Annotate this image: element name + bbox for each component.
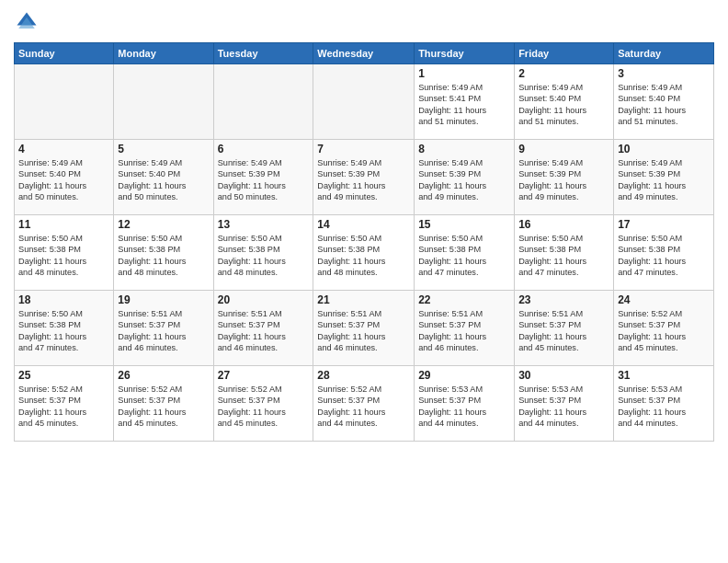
day-info: Sunrise: 5:52 AMSunset: 5:37 PMDaylight:… [317,384,410,430]
day-info: Sunrise: 5:51 AMSunset: 5:37 PMDaylight:… [518,308,609,354]
weekday-tuesday: Tuesday [213,43,313,64]
day-number: 3 [618,67,710,80]
day-info: Sunrise: 5:49 AMSunset: 5:41 PMDaylight:… [418,82,510,128]
day-cell: 21Sunrise: 5:51 AMSunset: 5:37 PMDayligh… [313,291,415,366]
day-info: Sunrise: 5:51 AMSunset: 5:37 PMDaylight:… [218,308,310,354]
day-info: Sunrise: 5:50 AMSunset: 5:38 PMDaylight:… [317,233,410,279]
day-number: 29 [418,369,510,382]
day-number: 15 [418,218,510,231]
day-number: 5 [118,143,209,155]
day-info: Sunrise: 5:50 AMSunset: 5:38 PMDaylight:… [618,233,710,279]
day-number: 22 [418,293,510,306]
calendar-table: SundayMondayTuesdayWednesdayThursdayFrid… [14,42,714,442]
day-info: Sunrise: 5:49 AMSunset: 5:39 PMDaylight:… [218,157,310,203]
day-info: Sunrise: 5:50 AMSunset: 5:38 PMDaylight:… [18,308,109,354]
day-info: Sunrise: 5:49 AMSunset: 5:39 PMDaylight:… [518,157,609,203]
day-info: Sunrise: 5:49 AMSunset: 5:39 PMDaylight:… [317,157,410,203]
day-cell: 29Sunrise: 5:53 AMSunset: 5:37 PMDayligh… [415,366,515,442]
page: SundayMondayTuesdayWednesdayThursdayFrid… [0,0,728,563]
weekday-saturday: Saturday [614,43,714,64]
week-row-2: 4Sunrise: 5:49 AMSunset: 5:40 PMDaylight… [15,140,714,215]
day-cell: 5Sunrise: 5:49 AMSunset: 5:40 PMDaylight… [114,140,213,215]
day-number: 8 [418,143,510,155]
day-cell: 26Sunrise: 5:52 AMSunset: 5:37 PMDayligh… [114,366,213,442]
day-info: Sunrise: 5:52 AMSunset: 5:37 PMDaylight:… [18,384,109,430]
day-cell [114,64,213,140]
day-cell [213,64,313,140]
week-row-3: 11Sunrise: 5:50 AMSunset: 5:38 PMDayligh… [15,215,714,291]
day-number: 25 [18,369,109,382]
day-number: 10 [618,143,710,155]
weekday-header-row: SundayMondayTuesdayWednesdayThursdayFrid… [15,43,714,64]
day-info: Sunrise: 5:50 AMSunset: 5:38 PMDaylight:… [418,233,510,279]
day-cell: 2Sunrise: 5:49 AMSunset: 5:40 PMDaylight… [515,64,614,140]
day-cell: 27Sunrise: 5:52 AMSunset: 5:37 PMDayligh… [213,366,313,442]
day-cell [15,64,114,140]
day-number: 21 [317,293,410,306]
day-cell: 16Sunrise: 5:50 AMSunset: 5:38 PMDayligh… [515,215,614,291]
day-number: 6 [218,143,310,155]
day-cell: 31Sunrise: 5:53 AMSunset: 5:37 PMDayligh… [614,366,714,442]
day-info: Sunrise: 5:50 AMSunset: 5:38 PMDaylight:… [218,233,310,279]
day-number: 13 [218,218,310,231]
day-cell: 25Sunrise: 5:52 AMSunset: 5:37 PMDayligh… [15,366,114,442]
day-number: 1 [418,67,510,80]
day-cell: 15Sunrise: 5:50 AMSunset: 5:38 PMDayligh… [415,215,515,291]
day-number: 24 [618,293,710,306]
week-row-5: 25Sunrise: 5:52 AMSunset: 5:37 PMDayligh… [15,366,714,442]
day-number: 23 [518,293,609,306]
day-number: 9 [518,143,609,155]
day-info: Sunrise: 5:52 AMSunset: 5:37 PMDaylight:… [218,384,310,430]
day-info: Sunrise: 5:49 AMSunset: 5:39 PMDaylight:… [418,157,510,203]
day-cell: 7Sunrise: 5:49 AMSunset: 5:39 PMDaylight… [313,140,415,215]
day-info: Sunrise: 5:52 AMSunset: 5:37 PMDaylight:… [618,308,710,354]
day-cell: 3Sunrise: 5:49 AMSunset: 5:40 PMDaylight… [614,64,714,140]
day-info: Sunrise: 5:50 AMSunset: 5:38 PMDaylight:… [18,233,109,279]
day-number: 27 [218,369,310,382]
weekday-friday: Friday [515,43,614,64]
weekday-wednesday: Wednesday [313,43,415,64]
day-info: Sunrise: 5:51 AMSunset: 5:37 PMDaylight:… [418,308,510,354]
day-cell: 12Sunrise: 5:50 AMSunset: 5:38 PMDayligh… [114,215,213,291]
day-info: Sunrise: 5:49 AMSunset: 5:40 PMDaylight:… [18,157,109,203]
day-cell: 14Sunrise: 5:50 AMSunset: 5:38 PMDayligh… [313,215,415,291]
day-number: 7 [317,143,410,155]
week-row-1: 1Sunrise: 5:49 AMSunset: 5:41 PMDaylight… [15,64,714,140]
weekday-thursday: Thursday [415,43,515,64]
day-info: Sunrise: 5:51 AMSunset: 5:37 PMDaylight:… [118,308,209,354]
day-info: Sunrise: 5:53 AMSunset: 5:37 PMDaylight:… [618,384,710,430]
day-info: Sunrise: 5:49 AMSunset: 5:40 PMDaylight:… [118,157,209,203]
day-cell: 19Sunrise: 5:51 AMSunset: 5:37 PMDayligh… [114,291,213,366]
day-number: 31 [618,369,710,382]
day-cell [313,64,415,140]
day-info: Sunrise: 5:49 AMSunset: 5:40 PMDaylight:… [518,82,609,128]
day-info: Sunrise: 5:49 AMSunset: 5:40 PMDaylight:… [618,82,710,128]
day-cell: 13Sunrise: 5:50 AMSunset: 5:38 PMDayligh… [213,215,313,291]
day-cell: 24Sunrise: 5:52 AMSunset: 5:37 PMDayligh… [614,291,714,366]
day-number: 20 [218,293,310,306]
day-cell: 30Sunrise: 5:53 AMSunset: 5:37 PMDayligh… [515,366,614,442]
day-number: 26 [118,369,209,382]
day-number: 18 [18,293,109,306]
day-number: 19 [118,293,209,306]
day-info: Sunrise: 5:49 AMSunset: 5:39 PMDaylight:… [618,157,710,203]
day-info: Sunrise: 5:50 AMSunset: 5:38 PMDaylight:… [118,233,209,279]
day-cell: 18Sunrise: 5:50 AMSunset: 5:38 PMDayligh… [15,291,114,366]
day-info: Sunrise: 5:50 AMSunset: 5:38 PMDaylight:… [518,233,609,279]
day-number: 28 [317,369,410,382]
day-cell: 28Sunrise: 5:52 AMSunset: 5:37 PMDayligh… [313,366,415,442]
day-number: 4 [18,143,109,155]
logo [14,9,43,35]
logo-icon [14,9,40,35]
week-row-4: 18Sunrise: 5:50 AMSunset: 5:38 PMDayligh… [15,291,714,366]
day-info: Sunrise: 5:53 AMSunset: 5:37 PMDaylight:… [418,384,510,430]
day-info: Sunrise: 5:51 AMSunset: 5:37 PMDaylight:… [317,308,410,354]
day-cell: 6Sunrise: 5:49 AMSunset: 5:39 PMDaylight… [213,140,313,215]
day-number: 16 [518,218,609,231]
day-number: 12 [118,218,209,231]
day-number: 17 [618,218,710,231]
day-cell: 10Sunrise: 5:49 AMSunset: 5:39 PMDayligh… [614,140,714,215]
day-number: 2 [518,67,609,80]
day-cell: 9Sunrise: 5:49 AMSunset: 5:39 PMDaylight… [515,140,614,215]
day-cell: 17Sunrise: 5:50 AMSunset: 5:38 PMDayligh… [614,215,714,291]
